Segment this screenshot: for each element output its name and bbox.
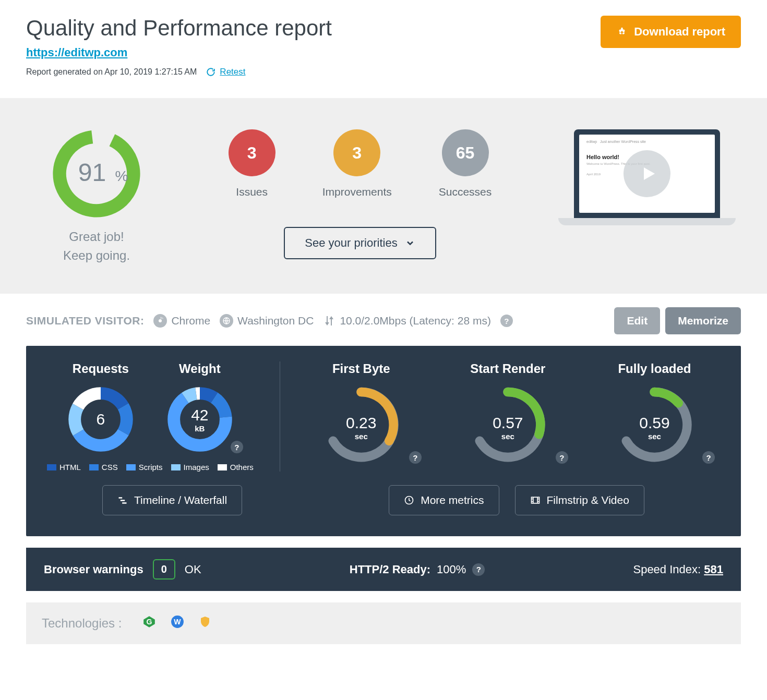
throughput-icon (323, 315, 335, 327)
start-render-unit: sec (501, 432, 514, 441)
first-byte-title: First Byte (296, 361, 427, 376)
more-metrics-label: More metrics (421, 494, 484, 506)
download-report-button[interactable]: Download report (601, 16, 741, 48)
fully-loaded-value: 0.59 (639, 414, 669, 432)
visitor-label: SIMULATED VISITOR: (26, 315, 144, 327)
warnings-ok: OK (185, 563, 201, 576)
http2-help-icon[interactable]: ? (472, 563, 485, 576)
speed-index-label: Speed Index: (633, 563, 701, 576)
tech-icon-shield[interactable] (199, 615, 211, 632)
weight-help-icon[interactable]: ? (231, 441, 243, 453)
http2-value: 100% (437, 563, 466, 576)
waterfall-icon (117, 495, 128, 505)
improvements-count: 3 (333, 129, 380, 176)
page-title: Quality and Performance report (26, 16, 332, 41)
fully-loaded-help-icon[interactable]: ? (702, 451, 715, 464)
priorities-label: See your priorities (305, 236, 397, 250)
speed-index-value[interactable]: 581 (704, 563, 723, 576)
http2-label: HTTP/2 Ready: (350, 563, 430, 576)
improvements-label: Improvements (322, 186, 392, 198)
timeline-label: Timeline / Waterfall (134, 494, 227, 506)
retest-link[interactable]: Retest (206, 67, 245, 77)
start-render-gauge: Start Render 0.57 sec ? (442, 361, 573, 464)
svg-text:G: G (147, 618, 152, 626)
tech-icon-wordpress[interactable]: W (171, 615, 184, 632)
globe-icon (220, 314, 233, 328)
play-icon (624, 150, 670, 197)
download-icon (616, 26, 628, 38)
visitor-browser: Chrome (171, 315, 210, 327)
see-priorities-button[interactable]: See your priorities (284, 227, 436, 259)
warnings-count: 0 (153, 559, 175, 580)
svg-rect-16 (118, 497, 122, 499)
clock-icon (404, 495, 414, 505)
score-msg-2: Keep going. (26, 246, 167, 265)
first-byte-help-icon[interactable]: ? (409, 451, 422, 464)
weight-title: Weight (166, 361, 234, 376)
chrome-icon (153, 314, 167, 328)
filmstrip-label: Filmstrip & Video (547, 494, 629, 506)
weight-value: 42 (191, 406, 208, 424)
svg-rect-17 (121, 500, 125, 501)
start-render-title: Start Render (442, 361, 573, 376)
warnings-label: Browser warnings (44, 563, 143, 576)
successes-count: 65 (442, 129, 489, 176)
score-msg-1: Great job! (26, 227, 167, 246)
timeline-waterfall-button[interactable]: Timeline / Waterfall (102, 485, 242, 515)
weight-donut: Weight 42 kB (166, 361, 234, 453)
requests-title: Requests (67, 361, 135, 376)
first-byte-unit: sec (355, 432, 368, 441)
technologies-label: Technologies : (42, 616, 122, 631)
requests-donut: Requests 6 (67, 361, 135, 453)
fully-loaded-title: Fully loaded (589, 361, 720, 376)
edit-visitor-button[interactable]: Edit (614, 307, 660, 334)
first-byte-gauge: First Byte 0.23 sec ? (296, 361, 427, 464)
successes-label: Successes (439, 186, 492, 198)
fully-loaded-gauge: Fully loaded 0.59 sec ? (589, 361, 720, 464)
visitor-help-icon[interactable]: ? (500, 315, 513, 327)
svg-text:%: % (115, 167, 128, 184)
requests-value: 6 (97, 411, 105, 428)
svg-point-4 (159, 319, 162, 322)
preview-player[interactable]: editwp Just another WordPress site Hello… (558, 129, 736, 225)
download-label: Download report (634, 25, 725, 39)
fully-loaded-unit: sec (648, 432, 661, 441)
refresh-icon (206, 67, 215, 77)
issues-label: Issues (229, 186, 275, 198)
tech-icon-green-g[interactable]: G (142, 615, 156, 632)
weight-unit: kB (195, 424, 205, 433)
filmstrip-video-button[interactable]: Filmstrip & Video (515, 485, 644, 515)
svg-text:W: W (174, 618, 182, 626)
start-render-value: 0.57 (493, 414, 523, 432)
svg-rect-18 (122, 502, 126, 504)
score-gauge: 91 % (52, 129, 141, 218)
issues-count: 3 (229, 129, 275, 176)
visitor-throughput: 10.0/2.0Mbps (Latency: 28 ms) (340, 315, 490, 327)
visitor-location: Washington DC (237, 315, 314, 327)
generated-timestamp: Report generated on Apr 10, 2019 1:27:15… (26, 67, 197, 77)
chevron-down-icon (405, 238, 415, 248)
first-byte-value: 0.23 (346, 414, 376, 432)
retest-label: Retest (220, 67, 245, 77)
svg-rect-20 (531, 497, 539, 503)
svg-text:91: 91 (78, 158, 106, 186)
filmstrip-icon (530, 495, 541, 505)
donut-legend: HTML CSS Scripts Images Others (47, 463, 254, 472)
more-metrics-button[interactable]: More metrics (389, 485, 499, 515)
memorize-button[interactable]: Memorize (665, 307, 741, 334)
start-render-help-icon[interactable]: ? (556, 451, 568, 464)
site-url-link[interactable]: https://editwp.com (26, 46, 127, 59)
